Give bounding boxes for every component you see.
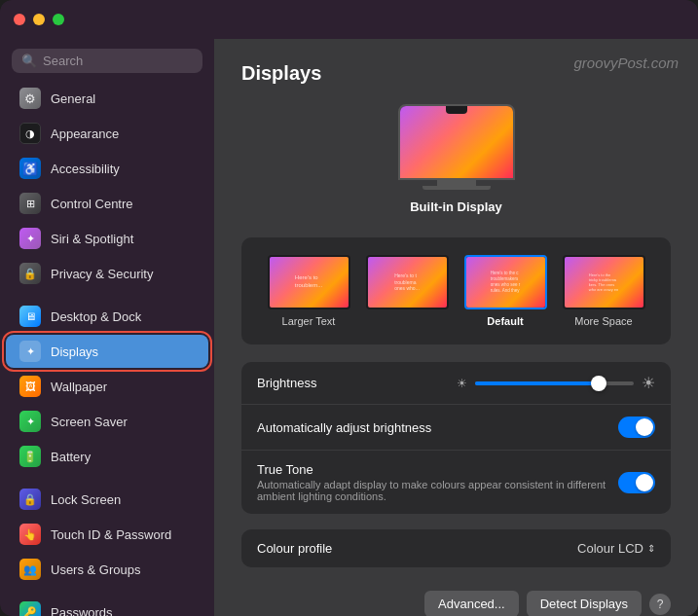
brightness-section: Brightness ☀ ☀ Automatically adjust brig… (241, 362, 671, 514)
passwords-icon: 🔑 (19, 601, 41, 616)
res-screen-larger-text: Here's totroublem... (270, 257, 349, 308)
minimize-button[interactable] (33, 14, 45, 25)
sidebar-item-touch-id[interactable]: 👆 Touch ID & Password (6, 518, 208, 551)
sidebar-label-touch-id: Touch ID & Password (51, 527, 171, 542)
sidebar-item-passwords[interactable]: 🔑 Passwords (6, 596, 208, 616)
colour-profile-dropdown[interactable]: Colour LCD ⇕ (577, 541, 655, 556)
watermark: groovyPost.com (573, 54, 679, 71)
sidebar-item-general[interactable]: ⚙ General (6, 82, 208, 115)
colour-profile-row: Colour profile Colour LCD ⇕ (241, 529, 671, 567)
privacy-icon: 🔒 (19, 263, 41, 284)
brightness-label: Brightness (257, 376, 457, 390)
sidebar-label-accessibility: Accessibility (51, 162, 120, 176)
sidebar-label-desktop: Desktop & Dock (51, 309, 141, 324)
brightness-track[interactable] (475, 381, 635, 385)
lock-screen-icon: 🔒 (19, 489, 41, 510)
sidebar-label-users: Users & Groups (51, 562, 140, 577)
monitor-frame (398, 104, 515, 180)
sidebar-label-displays: Displays (51, 344, 98, 359)
sidebar-item-siri-spotlight[interactable]: ✦ Siri & Spotlight (6, 222, 208, 255)
res-label-default-selected: Default (487, 315, 523, 327)
sidebar-label-lock-screen: Lock Screen (51, 492, 121, 507)
sidebar-label-passwords: Passwords (51, 605, 113, 617)
auto-brightness-row: Automatically adjust brightness (241, 405, 671, 451)
display-label: Built-in Display (410, 199, 502, 214)
advanced-button[interactable]: Advanced... (424, 591, 519, 616)
main-content: groovyPost.com Displays Built-in Display (214, 39, 698, 616)
res-screen-default-selected: Here's to the ctroublemakersones who see… (466, 257, 545, 308)
desktop-icon: 🖥 (19, 306, 41, 327)
resolution-option-more-space[interactable]: Here's to thetricky troublemakers. The o… (559, 251, 649, 331)
sidebar-label-appearance: Appearance (51, 127, 119, 141)
brightness-row: Brightness ☀ ☀ (241, 362, 671, 405)
sidebar-item-wallpaper[interactable]: 🖼 Wallpaper (6, 370, 208, 403)
resolution-option-default-1[interactable]: Here's to ttroublemaones who... (362, 251, 453, 331)
users-groups-icon: 👥 (19, 559, 41, 580)
content-area: 🔍 Search ⚙ General ◑ Appearance ♿ Access… (0, 39, 698, 616)
res-label-more-space: More Space (574, 315, 632, 327)
battery-icon: 🔋 (19, 446, 41, 467)
siri-icon: ✦ (19, 228, 41, 249)
res-label-larger-text: Larger Text (282, 315, 336, 327)
wallpaper-icon: 🖼 (19, 376, 41, 397)
sidebar-item-battery[interactable]: 🔋 Battery (6, 440, 208, 473)
sidebar: 🔍 Search ⚙ General ◑ Appearance ♿ Access… (0, 39, 214, 616)
bottom-buttons: Advanced... Detect Displays ? (241, 591, 671, 616)
brightness-thumb[interactable] (591, 376, 606, 391)
sidebar-item-displays[interactable]: ✦ Displays (6, 335, 208, 368)
true-tone-label: True Tone (257, 462, 618, 477)
colour-profile-value: Colour LCD (577, 541, 643, 556)
res-preview-default-selected: Here's to the ctroublemakersones who see… (464, 255, 547, 309)
resolution-option-default-selected[interactable]: Here's to the ctroublemakersones who see… (460, 251, 551, 331)
sidebar-label-privacy: Privacy & Security (51, 267, 153, 281)
appearance-icon: ◑ (19, 123, 41, 144)
sidebar-item-accessibility[interactable]: ♿ Accessibility (6, 152, 208, 185)
screen-saver-icon: ✦ (19, 411, 41, 432)
res-screen-more-space: Here's to thetricky troublemakers. The o… (565, 257, 643, 308)
traffic-lights (14, 14, 64, 25)
res-preview-larger-text: Here's totroublem... (268, 255, 350, 309)
sidebar-item-appearance[interactable]: ◑ Appearance (6, 117, 208, 150)
displays-icon: ✦ (19, 341, 41, 362)
sidebar-label-wallpaper: Wallpaper (51, 380, 107, 394)
sidebar-label-general: General (51, 91, 95, 106)
brightness-slider[interactable]: ☀ ☀ (457, 374, 656, 392)
chevron-updown-icon: ⇕ (647, 543, 655, 554)
general-icon: ⚙ (19, 88, 41, 109)
true-tone-content: True Tone Automatically adapt display to… (257, 462, 618, 502)
maximize-button[interactable] (53, 14, 64, 25)
sidebar-item-users-groups[interactable]: 👥 Users & Groups (6, 553, 208, 586)
sidebar-label-siri: Siri & Spotlight (51, 232, 133, 246)
true-tone-row: True Tone Automatically adapt display to… (241, 451, 671, 514)
auto-brightness-toggle[interactable] (618, 417, 655, 438)
system-preferences-window: 🔍 Search ⚙ General ◑ Appearance ♿ Access… (0, 0, 698, 616)
accessibility-icon: ♿ (19, 158, 41, 179)
resolution-option-larger-text[interactable]: Here's totroublem... Larger Text (264, 251, 354, 331)
close-button[interactable] (14, 14, 25, 25)
search-placeholder: Search (43, 54, 83, 68)
search-box[interactable]: 🔍 Search (12, 49, 202, 73)
monitor-notch (446, 106, 467, 114)
true-tone-knob (636, 474, 653, 491)
monitor-base (422, 186, 491, 190)
help-button[interactable]: ? (649, 594, 671, 615)
display-preview: Built-in Display (241, 104, 671, 214)
true-tone-description: Automatically adapt display to make colo… (257, 479, 618, 502)
auto-brightness-knob (636, 418, 653, 436)
detect-displays-button[interactable]: Detect Displays (527, 591, 642, 616)
sidebar-item-screen-saver[interactable]: ✦ Screen Saver (6, 405, 208, 438)
sidebar-label-control-centre: Control Centre (51, 197, 133, 211)
brightness-fill (475, 381, 600, 385)
colour-profile-label: Colour profile (257, 541, 577, 556)
sidebar-label-battery: Battery (51, 450, 91, 464)
sidebar-item-control-centre[interactable]: ⊞ Control Centre (6, 187, 208, 220)
res-screen-default-1: Here's to ttroublemaones who... (368, 257, 447, 308)
res-preview-more-space: Here's to thetricky troublemakers. The o… (563, 255, 645, 309)
monitor-screen (400, 106, 513, 178)
sidebar-item-privacy-security[interactable]: 🔒 Privacy & Security (6, 257, 208, 290)
sidebar-item-desktop-dock[interactable]: 🖥 Desktop & Dock (6, 300, 208, 333)
sidebar-item-lock-screen[interactable]: 🔒 Lock Screen (6, 483, 208, 516)
titlebar (0, 0, 698, 39)
true-tone-toggle[interactable] (618, 472, 655, 493)
resolution-panel: Here's totroublem... Larger Text Here's … (241, 237, 671, 344)
